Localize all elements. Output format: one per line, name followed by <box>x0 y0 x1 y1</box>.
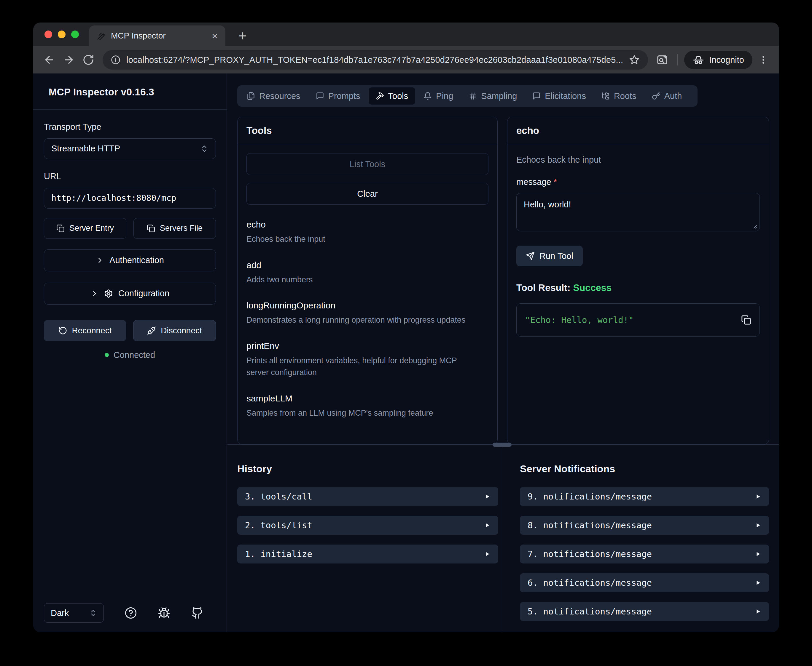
address-bar[interactable]: localhost:6274/?MCP_PROXY_AUTH_TOKEN=ec1… <box>103 50 648 69</box>
list-tools-button[interactable]: List Tools <box>246 153 488 175</box>
param-name: message <box>516 177 551 187</box>
key-icon <box>652 92 660 100</box>
browser-tab[interactable]: MCP Inspector × <box>89 25 225 46</box>
message-square-icon <box>533 92 541 100</box>
server-notifications-panel: Server Notifications 9. notifications/me… <box>501 445 779 632</box>
tools-list-panel: Tools List Tools Clear echo Echoes back … <box>237 117 498 444</box>
history-item[interactable]: 2. tools/list <box>237 516 498 535</box>
tool-description: Prints all environment variables, helpfu… <box>246 354 472 379</box>
disconnect-button[interactable]: Disconnect <box>133 320 216 341</box>
notification-item[interactable]: 9. notifications/message <box>520 487 769 506</box>
tab-prompts[interactable]: Prompts <box>309 87 367 105</box>
tab-label: Roots <box>614 91 637 101</box>
resize-grip-icon[interactable] <box>751 223 757 229</box>
history-item[interactable]: 1. initialize <box>237 544 498 564</box>
configuration-button[interactable]: Configuration <box>44 283 216 305</box>
tab-tools[interactable]: Tools <box>369 87 415 105</box>
tool-result-label: Tool Result: <box>516 282 571 293</box>
tab-roots[interactable]: Roots <box>594 87 643 105</box>
nav-tabbar: Resources Prompts Tools Ping Sampling <box>237 85 698 107</box>
new-tab-button[interactable]: + <box>234 27 251 45</box>
browser-menu-icon[interactable] <box>755 52 771 68</box>
bookmark-star-icon[interactable] <box>629 54 640 65</box>
message-input[interactable]: Hello, world! <box>516 193 760 231</box>
history-panel: History 3. tools/call 2. tools/list 1. i… <box>227 445 501 632</box>
url-text[interactable]: localhost:6274/?MCP_PROXY_AUTH_TOKEN=ec1… <box>126 55 623 65</box>
server-entry-label: Server Entry <box>69 224 114 233</box>
tab-auth[interactable]: Auth <box>645 87 689 105</box>
send-icon <box>526 252 535 260</box>
tool-description: Adds two numbers <box>246 274 472 286</box>
site-info-icon[interactable] <box>111 55 121 64</box>
github-icon[interactable] <box>191 607 203 619</box>
forward-icon[interactable] <box>61 51 77 68</box>
notification-item[interactable]: 6. notifications/message <box>520 573 769 592</box>
tab-resources[interactable]: Resources <box>240 87 308 105</box>
tab-label: Resources <box>259 91 301 101</box>
server-entry-button[interactable]: Server Entry <box>44 218 126 239</box>
tool-result-status: Success <box>573 282 612 293</box>
copy-icon[interactable] <box>741 315 751 325</box>
tab-label: Auth <box>664 91 682 101</box>
tab-strip: MCP Inspector × + <box>33 23 779 46</box>
status-dot-icon <box>105 353 109 357</box>
server-url-input[interactable] <box>44 188 216 209</box>
servers-file-button[interactable]: Servers File <box>134 218 216 239</box>
expand-play-icon <box>755 522 761 529</box>
clear-tools-button[interactable]: Clear <box>246 183 488 205</box>
tab-sampling[interactable]: Sampling <box>461 87 524 105</box>
reconnect-button[interactable]: Reconnect <box>44 320 126 341</box>
back-icon[interactable] <box>41 51 58 68</box>
tool-list-item[interactable]: add Adds two numbers <box>246 260 488 286</box>
tool-detail-panel: echo Echoes back the input message * Hel… <box>507 117 769 444</box>
notification-item-label: 7. notifications/message <box>528 549 652 559</box>
connection-status: Connected <box>44 350 216 360</box>
notification-item[interactable]: 5. notifications/message <box>520 602 769 621</box>
required-marker: * <box>554 177 557 187</box>
authentication-label: Authentication <box>109 256 164 265</box>
sidebar: MCP Inspector v0.16.3 Transport Type Str… <box>33 74 227 632</box>
tab-label: Ping <box>436 91 453 101</box>
history-item[interactable]: 3. tools/call <box>237 487 498 506</box>
gear-icon <box>104 289 113 298</box>
app-title: MCP Inspector v0.16.3 <box>49 86 216 98</box>
close-window-button[interactable] <box>45 31 52 38</box>
reload-icon[interactable] <box>80 51 97 68</box>
bug-icon[interactable] <box>158 607 170 619</box>
minimize-window-button[interactable] <box>58 31 66 38</box>
chevrons-up-down-icon <box>200 145 208 153</box>
tool-description: Samples from an LLM using MCP's sampling… <box>246 407 472 419</box>
tool-list-item[interactable]: longRunningOperation Demonstrates a long… <box>246 300 488 326</box>
notification-item-label: 8. notifications/message <box>528 520 652 530</box>
servers-file-label: Servers File <box>160 224 203 233</box>
transport-type-label: Transport Type <box>44 122 216 132</box>
transport-type-select[interactable]: Streamable HTTP <box>44 138 216 159</box>
tool-name: sampleLLM <box>246 394 488 404</box>
tab-elicitations[interactable]: Elicitations <box>525 87 593 105</box>
notification-item[interactable]: 8. notifications/message <box>520 516 769 535</box>
tab-close-icon[interactable]: × <box>212 31 218 41</box>
tab-label: Elicitations <box>545 91 586 101</box>
tool-list-item[interactable]: printEnv Prints all environment variable… <box>246 341 488 379</box>
authentication-button[interactable]: Authentication <box>44 249 216 271</box>
tab-label: Prompts <box>328 91 361 101</box>
search-tabs-icon[interactable] <box>654 51 671 68</box>
transport-type-value: Streamable HTTP <box>51 144 120 153</box>
help-icon[interactable] <box>124 607 137 619</box>
bell-icon <box>423 92 432 100</box>
url-label: URL <box>44 171 216 181</box>
tool-list-item[interactable]: echo Echoes back the input <box>246 219 488 245</box>
tool-detail-title: echo <box>508 117 769 144</box>
zoom-window-button[interactable] <box>71 31 79 38</box>
tools-panel-title: Tools <box>238 117 497 144</box>
tool-list-item[interactable]: sampleLLM Samples from an LLM using MCP'… <box>246 394 488 419</box>
history-item-label: 3. tools/call <box>245 491 312 501</box>
notification-item[interactable]: 7. notifications/message <box>520 544 769 564</box>
theme-select[interactable]: Dark <box>44 603 104 623</box>
run-tool-button[interactable]: Run Tool <box>516 246 583 266</box>
main-panel: Resources Prompts Tools Ping Sampling <box>227 74 779 632</box>
history-item-label: 2. tools/list <box>245 520 312 530</box>
tab-ping[interactable]: Ping <box>417 87 460 105</box>
expand-play-icon <box>484 493 491 500</box>
history-title: History <box>237 463 501 475</box>
